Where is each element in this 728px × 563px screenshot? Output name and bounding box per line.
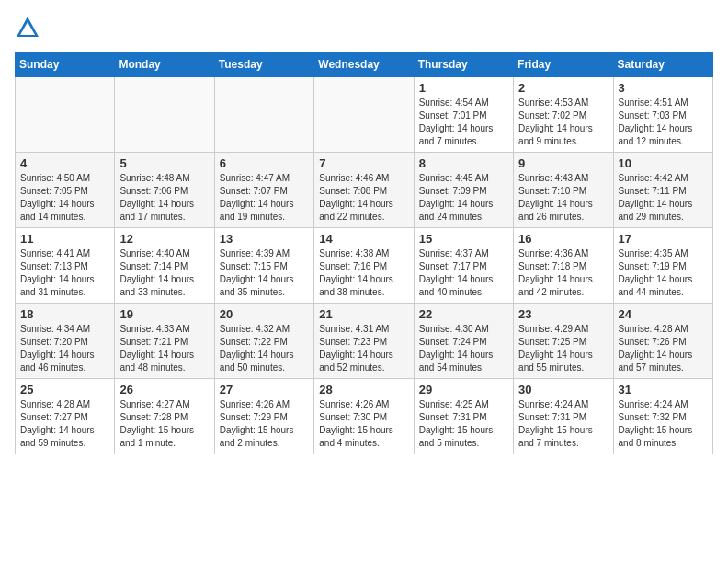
day-info: Sunrise: 4:39 AM Sunset: 7:15 PM Dayligh… (220, 247, 309, 299)
day-header-tuesday: Tuesday (214, 52, 313, 77)
calendar-cell: 31Sunrise: 4:24 AM Sunset: 7:32 PM Dayli… (613, 379, 712, 454)
day-number: 2 (518, 81, 608, 95)
day-number: 26 (119, 383, 209, 396)
day-number: 8 (419, 156, 508, 170)
day-number: 11 (20, 232, 109, 246)
day-info: Sunrise: 4:27 AM Sunset: 7:28 PM Dayligh… (119, 398, 209, 450)
day-number: 31 (619, 383, 708, 396)
day-number: 24 (619, 307, 708, 321)
calendar-cell: 13Sunrise: 4:39 AM Sunset: 7:15 PM Dayli… (214, 228, 313, 304)
calendar-cell: 3Sunrise: 4:51 AM Sunset: 7:03 PM Daylig… (613, 77, 712, 153)
day-number: 13 (220, 232, 309, 246)
calendar-cell: 26Sunrise: 4:27 AM Sunset: 7:28 PM Dayli… (115, 379, 214, 454)
calendar-week-row: 18Sunrise: 4:34 AM Sunset: 7:20 PM Dayli… (16, 304, 713, 379)
day-info: Sunrise: 4:54 AM Sunset: 7:01 PM Dayligh… (419, 97, 508, 148)
calendar-cell: 30Sunrise: 4:24 AM Sunset: 7:31 PM Dayli… (514, 379, 613, 454)
day-number: 12 (119, 232, 209, 246)
day-info: Sunrise: 4:45 AM Sunset: 7:09 PM Dayligh… (419, 172, 508, 224)
day-info: Sunrise: 4:29 AM Sunset: 7:25 PM Dayligh… (518, 323, 608, 374)
calendar-cell: 19Sunrise: 4:33 AM Sunset: 7:21 PM Dayli… (115, 304, 214, 379)
day-header-sunday: Sunday (16, 52, 115, 77)
day-info: Sunrise: 4:34 AM Sunset: 7:20 PM Dayligh… (20, 323, 109, 374)
calendar-cell: 28Sunrise: 4:26 AM Sunset: 7:30 PM Dayli… (314, 379, 414, 454)
day-info: Sunrise: 4:46 AM Sunset: 7:08 PM Dayligh… (319, 172, 408, 224)
day-header-wednesday: Wednesday (314, 52, 414, 77)
calendar-cell: 5Sunrise: 4:48 AM Sunset: 7:06 PM Daylig… (115, 153, 214, 228)
calendar-cell: 20Sunrise: 4:32 AM Sunset: 7:22 PM Dayli… (214, 304, 313, 379)
calendar-cell: 11Sunrise: 4:41 AM Sunset: 7:13 PM Dayli… (16, 228, 115, 304)
day-number: 22 (419, 307, 508, 321)
day-number: 1 (419, 81, 508, 95)
day-number: 30 (518, 383, 608, 396)
calendar-cell: 16Sunrise: 4:36 AM Sunset: 7:18 PM Dayli… (514, 228, 613, 304)
day-info: Sunrise: 4:42 AM Sunset: 7:11 PM Dayligh… (619, 172, 708, 224)
calendar-cell: 9Sunrise: 4:43 AM Sunset: 7:10 PM Daylig… (514, 153, 613, 228)
day-header-thursday: Thursday (414, 52, 513, 77)
calendar-cell: 27Sunrise: 4:26 AM Sunset: 7:29 PM Dayli… (214, 379, 313, 454)
day-number: 5 (119, 156, 209, 170)
day-info: Sunrise: 4:24 AM Sunset: 7:32 PM Dayligh… (619, 398, 708, 450)
day-header-saturday: Saturday (613, 52, 712, 77)
day-info: Sunrise: 4:31 AM Sunset: 7:23 PM Dayligh… (319, 323, 408, 374)
day-info: Sunrise: 4:28 AM Sunset: 7:27 PM Dayligh… (20, 398, 109, 450)
day-number: 29 (419, 383, 508, 396)
calendar-cell: 17Sunrise: 4:35 AM Sunset: 7:19 PM Dayli… (613, 228, 712, 304)
day-number: 14 (319, 232, 408, 246)
logo-icon (15, 15, 40, 40)
day-info: Sunrise: 4:47 AM Sunset: 7:07 PM Dayligh… (220, 172, 309, 224)
logo (15, 15, 44, 40)
calendar-header-row: SundayMondayTuesdayWednesdayThursdayFrid… (16, 52, 713, 77)
calendar-cell: 12Sunrise: 4:40 AM Sunset: 7:14 PM Dayli… (115, 228, 214, 304)
calendar-cell: 23Sunrise: 4:29 AM Sunset: 7:25 PM Dayli… (514, 304, 613, 379)
calendar-cell: 7Sunrise: 4:46 AM Sunset: 7:08 PM Daylig… (314, 153, 414, 228)
day-number: 27 (220, 383, 309, 396)
calendar-cell: 15Sunrise: 4:37 AM Sunset: 7:17 PM Dayli… (414, 228, 513, 304)
day-number: 23 (518, 307, 608, 321)
calendar-cell (314, 77, 414, 153)
day-info: Sunrise: 4:40 AM Sunset: 7:14 PM Dayligh… (119, 247, 209, 299)
calendar-cell: 10Sunrise: 4:42 AM Sunset: 7:11 PM Dayli… (613, 153, 712, 228)
calendar: SundayMondayTuesdayWednesdayThursdayFrid… (15, 52, 713, 454)
day-info: Sunrise: 4:41 AM Sunset: 7:13 PM Dayligh… (20, 247, 109, 299)
day-info: Sunrise: 4:33 AM Sunset: 7:21 PM Dayligh… (119, 323, 209, 374)
day-info: Sunrise: 4:32 AM Sunset: 7:22 PM Dayligh… (220, 323, 309, 374)
day-info: Sunrise: 4:51 AM Sunset: 7:03 PM Dayligh… (619, 97, 708, 148)
page-header (15, 15, 713, 40)
calendar-cell: 25Sunrise: 4:28 AM Sunset: 7:27 PM Dayli… (16, 379, 115, 454)
day-info: Sunrise: 4:36 AM Sunset: 7:18 PM Dayligh… (518, 247, 608, 299)
calendar-cell (214, 77, 313, 153)
calendar-week-row: 11Sunrise: 4:41 AM Sunset: 7:13 PM Dayli… (16, 228, 713, 304)
day-info: Sunrise: 4:35 AM Sunset: 7:19 PM Dayligh… (619, 247, 708, 299)
day-number: 7 (319, 156, 408, 170)
calendar-cell: 4Sunrise: 4:50 AM Sunset: 7:05 PM Daylig… (16, 153, 115, 228)
day-number: 21 (319, 307, 408, 321)
day-info: Sunrise: 4:37 AM Sunset: 7:17 PM Dayligh… (419, 247, 508, 299)
day-number: 18 (20, 307, 109, 321)
day-number: 17 (619, 232, 708, 246)
calendar-cell: 29Sunrise: 4:25 AM Sunset: 7:31 PM Dayli… (414, 379, 513, 454)
calendar-cell (16, 77, 115, 153)
day-info: Sunrise: 4:24 AM Sunset: 7:31 PM Dayligh… (518, 398, 608, 450)
day-number: 9 (518, 156, 608, 170)
day-info: Sunrise: 4:26 AM Sunset: 7:30 PM Dayligh… (319, 398, 408, 450)
day-info: Sunrise: 4:43 AM Sunset: 7:10 PM Dayligh… (518, 172, 608, 224)
day-number: 28 (319, 383, 408, 396)
calendar-cell: 18Sunrise: 4:34 AM Sunset: 7:20 PM Dayli… (16, 304, 115, 379)
calendar-cell: 24Sunrise: 4:28 AM Sunset: 7:26 PM Dayli… (613, 304, 712, 379)
day-number: 20 (220, 307, 309, 321)
calendar-week-row: 1Sunrise: 4:54 AM Sunset: 7:01 PM Daylig… (16, 77, 713, 153)
calendar-week-row: 4Sunrise: 4:50 AM Sunset: 7:05 PM Daylig… (16, 153, 713, 228)
day-number: 4 (20, 156, 109, 170)
calendar-week-row: 25Sunrise: 4:28 AM Sunset: 7:27 PM Dayli… (16, 379, 713, 454)
day-info: Sunrise: 4:50 AM Sunset: 7:05 PM Dayligh… (20, 172, 109, 224)
calendar-cell: 1Sunrise: 4:54 AM Sunset: 7:01 PM Daylig… (414, 77, 513, 153)
day-number: 15 (419, 232, 508, 246)
day-info: Sunrise: 4:28 AM Sunset: 7:26 PM Dayligh… (619, 323, 708, 374)
day-number: 25 (20, 383, 109, 396)
day-header-monday: Monday (115, 52, 214, 77)
day-info: Sunrise: 4:26 AM Sunset: 7:29 PM Dayligh… (220, 398, 309, 450)
day-info: Sunrise: 4:53 AM Sunset: 7:02 PM Dayligh… (518, 97, 608, 148)
day-number: 6 (220, 156, 309, 170)
day-number: 10 (619, 156, 708, 170)
day-number: 16 (518, 232, 608, 246)
